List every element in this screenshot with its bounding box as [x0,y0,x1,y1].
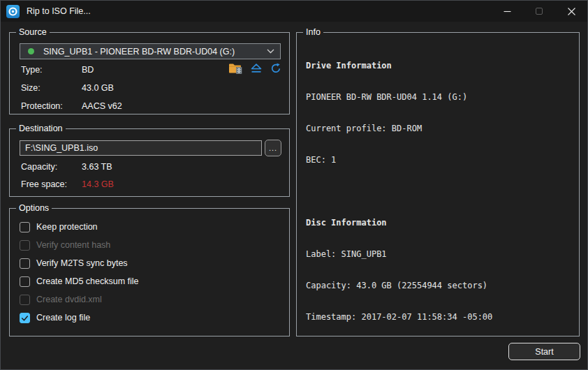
destination-legend: Destination [16,123,66,134]
info-line: PIONEER BD-RW BDR-UD04 1.14 (G:) [306,92,575,103]
info-line: Current profile: BD-ROM [306,124,575,134]
checkbox-verify-m2ts-sync-bytes[interactable]: Verify M2TS sync bytes [20,257,139,269]
checkbox-create-log-file[interactable]: Create log file [20,311,139,324]
close-button[interactable] [555,1,587,22]
checkbox-keep-protection[interactable]: Keep protection [20,221,139,233]
source-legend: Source [16,27,50,38]
destination-detail-rows: Capacity: 3.63 TB Free space: 14.3 GB [21,161,114,190]
window-title: Rip to ISO File... [27,6,91,16]
options-legend: Options [16,202,52,214]
checkbox-box [20,222,30,232]
drive-status-dot [28,48,34,54]
drive-information-heading: Drive Information [306,61,575,71]
chevron-down-icon [267,49,274,54]
titlebar[interactable]: Rip to ISO File... [1,1,587,22]
browse-button[interactable]: ... [265,140,281,156]
destination-path-input[interactable] [20,140,262,156]
info-log[interactable]: Drive Information PIONEER BD-RW BDR-UD04… [306,40,575,332]
info-line: Capacity: 43.0 GB (22554944 sectors) [306,281,575,291]
checkbox-box [20,313,30,323]
start-button[interactable]: Start [508,343,580,360]
destination-free-space-row: Free space: 14.3 GB [21,178,114,190]
drive-select-value: SING_UPB1 - PIONEER BD-RW BDR-UD04 (G:) [43,47,263,57]
open-file-icon[interactable] [228,63,242,74]
free-space-warning-value: 14.3 GB [82,179,114,189]
source-detail-rows: Type: BD Size: 43.0 GB Protection: AACS … [21,64,122,112]
options-group: Options Keep protection Verify content h… [9,208,290,336]
info-blank-line [306,186,575,197]
disc-information-heading: Disc Information [306,218,575,228]
drive-select[interactable]: SING_UPB1 - PIONEER BD-RW BDR-UD04 (G:) [20,43,281,59]
eject-icon[interactable] [250,63,263,74]
source-size-row: Size: 43.0 GB [21,82,122,94]
checkbox-box [20,258,30,269]
destination-group: Destination ... Capacity: 3.63 TB Free s… [9,128,290,197]
info-line: BEC: 1 [306,155,575,165]
info-legend: Info [303,27,323,38]
checkbox-box [20,276,30,287]
checkbox-verify-content-hash: Verify content hash [20,239,139,251]
window-controls [491,1,587,22]
info-line: Timestamp: 2017-02-07 11:58:34 -05:00 [306,312,575,323]
checkbox-box [20,295,30,305]
destination-capacity-row: Capacity: 3.63 TB [21,161,114,172]
checkbox-create-dvdid-xml: Create dvdid.xml [20,293,139,306]
options-checkbox-list: Keep protection Verify content hash Veri… [20,221,139,324]
refresh-icon[interactable] [270,63,281,74]
checkbox-create-md5-checksum-file[interactable]: Create MD5 checksum file [20,275,139,288]
rip-to-iso-window: Rip to ISO File... Source SING_UPB1 - PI… [0,0,588,370]
info-group: Info Drive Information PIONEER BD-RW BDR… [296,32,580,336]
source-protection-row: Protection: AACS v62 [21,100,122,112]
checkbox-box [20,240,30,251]
maximize-button [523,1,555,22]
source-toolbar [228,63,281,74]
app-icon [6,5,20,18]
source-type-row: Type: BD [21,64,122,75]
info-line: Label: SING_UPB1 [306,249,575,260]
minimize-button[interactable] [491,1,523,22]
source-group: Source SING_UPB1 - PIONEER BD-RW BDR-UD0… [9,32,290,114]
